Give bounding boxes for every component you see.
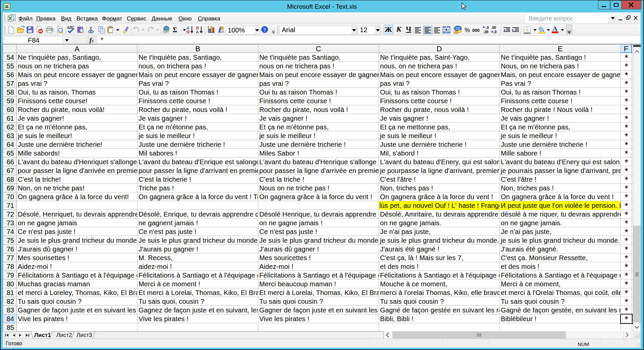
svg-text:Σ: Σ xyxy=(173,26,177,34)
svg-text:?: ? xyxy=(263,27,266,33)
svg-text:,00: ,00 xyxy=(491,26,496,30)
svg-text:А: А xyxy=(196,30,199,34)
svg-text:,0: ,0 xyxy=(494,30,497,34)
svg-text:Я: Я xyxy=(186,30,190,34)
svg-text:,00: ,00 xyxy=(484,30,488,34)
svg-text:a: a xyxy=(445,28,447,32)
svg-text:,0: ,0 xyxy=(486,26,489,30)
